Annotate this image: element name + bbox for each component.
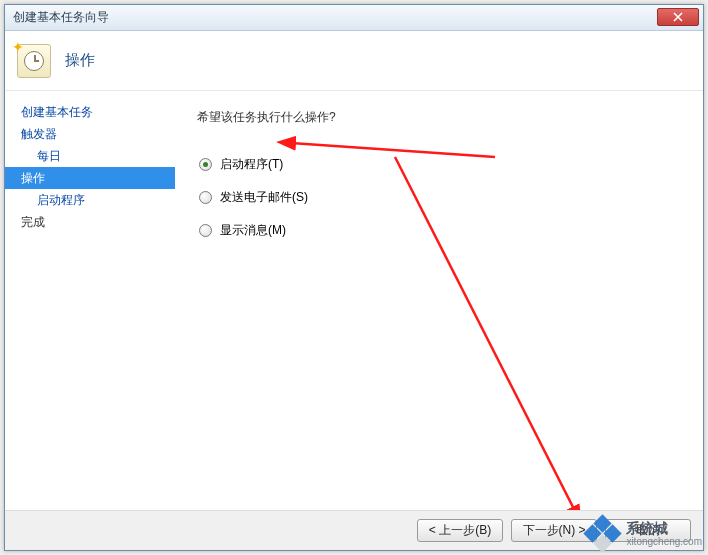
step-sidebar: 创建基本任务 触发器 每日 操作 启动程序 完成 bbox=[5, 91, 175, 511]
sidebar-item-start-program[interactable]: 启动程序 bbox=[5, 189, 175, 211]
annotation-arrow-icon bbox=[355, 151, 615, 524]
close-icon bbox=[673, 12, 683, 22]
option-send-email[interactable]: 发送电子邮件(S) bbox=[197, 189, 683, 206]
wizard-window: 创建基本任务向导 ✦ 操作 创建基本任务 触发器 每日 操作 启动程序 完成 希… bbox=[4, 4, 704, 551]
back-button[interactable]: < 上一步(B) bbox=[417, 519, 503, 542]
window-title: 创建基本任务向导 bbox=[13, 9, 109, 26]
sidebar-item-daily[interactable]: 每日 bbox=[5, 145, 175, 167]
radio-icon bbox=[199, 191, 212, 204]
option-label: 发送电子邮件(S) bbox=[220, 189, 308, 206]
sidebar-item-trigger[interactable]: 触发器 bbox=[5, 123, 175, 145]
option-label: 启动程序(T) bbox=[220, 156, 283, 173]
radio-icon bbox=[199, 224, 212, 237]
option-label: 显示消息(M) bbox=[220, 222, 286, 239]
radio-icon bbox=[199, 158, 212, 171]
wizard-header: ✦ 操作 bbox=[5, 31, 703, 91]
option-show-message[interactable]: 显示消息(M) bbox=[197, 222, 683, 239]
close-button[interactable] bbox=[657, 8, 699, 26]
watermark-url: xitongcheng.com bbox=[626, 536, 702, 547]
svg-line-2 bbox=[291, 143, 495, 157]
watermark-text: 系统城 xitongcheng.com bbox=[626, 521, 702, 547]
watermark: 系统城 xitongcheng.com bbox=[586, 517, 702, 551]
content-panel: 希望该任务执行什么操作? 启动程序(T) 发送电子邮件(S) 显示消息(M) bbox=[175, 91, 703, 511]
page-title: 操作 bbox=[65, 51, 95, 70]
prompt-text: 希望该任务执行什么操作? bbox=[197, 109, 683, 126]
sidebar-item-finish: 完成 bbox=[5, 211, 175, 233]
sidebar-item-action[interactable]: 操作 bbox=[5, 167, 175, 189]
next-button[interactable]: 下一步(N) > bbox=[511, 519, 597, 542]
scheduler-icon: ✦ bbox=[17, 44, 51, 78]
watermark-brand: 系统城 bbox=[626, 520, 668, 536]
svg-line-3 bbox=[395, 157, 575, 511]
sidebar-item-create-task[interactable]: 创建基本任务 bbox=[5, 101, 175, 123]
option-start-program[interactable]: 启动程序(T) bbox=[197, 156, 683, 173]
wizard-body: 创建基本任务 触发器 每日 操作 启动程序 完成 希望该任务执行什么操作? 启动… bbox=[5, 91, 703, 511]
watermark-logo-icon bbox=[586, 517, 620, 551]
titlebar: 创建基本任务向导 bbox=[5, 5, 703, 31]
